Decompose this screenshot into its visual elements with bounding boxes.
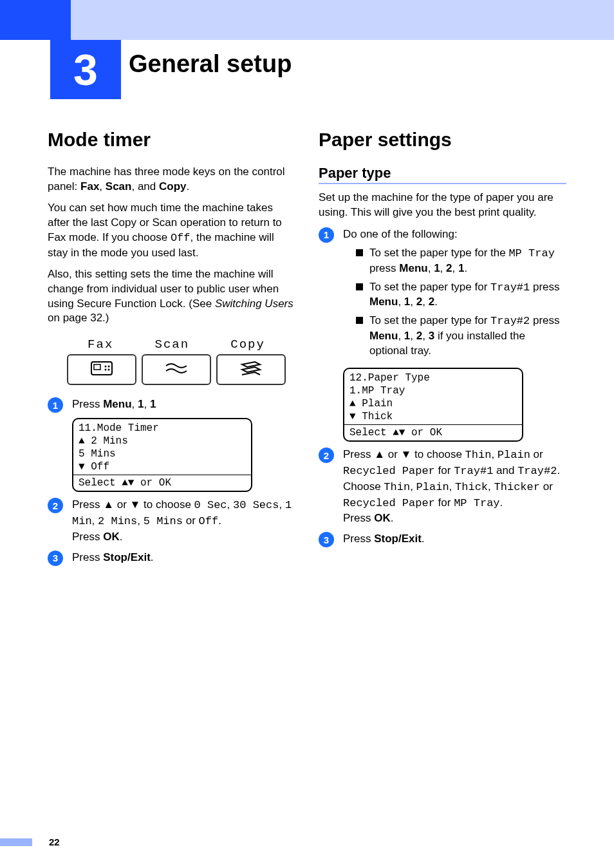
lcd-rule: [344, 424, 522, 425]
mono: Thick: [455, 481, 488, 493]
copy-icon: [237, 358, 265, 381]
bold: OK: [374, 512, 391, 524]
bullet-tray2: To set the paper type for Tray#2 press M…: [356, 314, 566, 359]
bullet-mp-tray: To set the paper type for the MP Tray pr…: [356, 246, 566, 276]
svg-point-5: [108, 369, 110, 371]
bold: Menu: [399, 262, 427, 274]
mode-timer-intro-2: You can set how much time the machine ta…: [48, 201, 295, 261]
text: ,: [132, 398, 138, 410]
bold: 3: [429, 330, 434, 342]
scan-key: [142, 354, 211, 385]
text: ,: [398, 296, 404, 308]
bullet-text: To set the paper type for the MP Tray pr…: [369, 246, 566, 276]
scan-label: Scan: [155, 337, 190, 352]
right-step-3: 3 Press Stop/Exit.: [319, 531, 566, 547]
mono: 5 Mins: [144, 515, 183, 527]
text: .: [218, 514, 221, 527]
text: ,: [488, 480, 494, 493]
right-column: Paper settings Paper type Set up the mac…: [319, 129, 566, 571]
lcd-line: 12.Paper Type: [349, 372, 517, 384]
mono: Recycled Paper: [343, 497, 435, 509]
mono: Thin: [384, 481, 410, 493]
text: ,: [452, 262, 458, 274]
bullet-tray1: To set the paper type for Tray#1 press M…: [356, 280, 566, 310]
mono: Off: [171, 232, 191, 244]
lcd-line: Select ▲▼ or OK: [349, 426, 517, 439]
step-number: 1: [319, 227, 334, 243]
lcd-line: ▼ Thick: [349, 410, 517, 423]
lcd-line: 1.MP Tray: [349, 384, 517, 397]
bold: Scan: [106, 180, 132, 193]
text: .: [186, 180, 189, 193]
text: .: [391, 512, 394, 524]
bold: Menu: [369, 330, 398, 342]
text: ,: [92, 514, 98, 527]
text: press: [530, 281, 559, 293]
step-text: Press Menu, 1, 1: [72, 397, 295, 412]
text: or: [183, 514, 199, 527]
page-footer: 22: [0, 836, 60, 847]
text: .: [120, 531, 123, 543]
left-column: Mode timer The machine has three mode ke…: [48, 129, 295, 571]
header-rule: [71, 0, 614, 40]
text: Press: [343, 512, 374, 524]
text: on page 32.): [48, 312, 109, 324]
step-number: 3: [319, 532, 334, 547]
chapter-title: General setup: [129, 50, 292, 78]
content-columns: Mode timer The machine has three mode ke…: [48, 129, 566, 571]
italic-ref: Switching Users: [215, 297, 293, 310]
mono: Plain: [416, 481, 449, 493]
bold: 1: [404, 330, 410, 342]
mono: Recycled Paper: [343, 465, 435, 477]
bold: 1: [404, 296, 410, 308]
svg-point-3: [108, 366, 110, 368]
text: .: [500, 496, 503, 509]
text: ,: [440, 262, 446, 274]
mono: Off: [199, 515, 219, 527]
text: for: [435, 464, 454, 476]
bold: Fax: [80, 180, 99, 193]
text: ,: [422, 296, 428, 308]
lcd-line: 11.Mode Timer: [79, 422, 246, 435]
bold: 2: [429, 296, 434, 308]
text: Do one of the following:: [343, 228, 458, 240]
text: , and: [131, 180, 159, 193]
text: ,: [410, 480, 416, 493]
mono: Thicker: [494, 481, 540, 493]
step-number: 2: [319, 448, 334, 463]
step-text: Press Stop/Exit.: [343, 531, 566, 547]
mono: MP Tray: [508, 247, 554, 259]
step-text: Press Stop/Exit.: [72, 550, 295, 565]
text: or: [530, 448, 543, 460]
lcd-paper-type: 12.Paper Type 1.MP Tray ▲ Plain ▼ Thick …: [343, 368, 523, 442]
mono: Plain: [498, 449, 530, 461]
text: for: [435, 496, 454, 509]
svg-rect-1: [94, 364, 100, 370]
bold: 1: [138, 398, 144, 410]
mono: 30 Secs: [233, 499, 279, 511]
square-bullet-icon: [356, 283, 363, 290]
bold: Menu: [369, 296, 398, 308]
fax-label: Fax: [88, 337, 113, 352]
svg-point-2: [105, 366, 107, 368]
bold: 1: [150, 398, 156, 410]
left-step-1: 1 Press Menu, 1, 1: [48, 397, 295, 413]
text: ,: [449, 480, 455, 493]
text: .: [422, 533, 425, 545]
text: To set the paper type for the: [369, 247, 508, 259]
mono: Tray#2: [490, 315, 530, 327]
bullet-text: To set the paper type for Tray#2 press M…: [369, 314, 566, 359]
bold: Stop/Exit: [374, 533, 422, 545]
chapter-number: 3: [73, 44, 98, 95]
paper-type-intro: Set up the machine for the type of paper…: [319, 191, 566, 220]
text: press: [530, 314, 559, 326]
text: ,: [428, 262, 434, 274]
mono: Tray#2: [517, 465, 557, 477]
text: Press: [343, 533, 374, 545]
text: Press: [72, 398, 103, 410]
fax-icon: [88, 358, 116, 381]
bold: 2: [446, 262, 452, 274]
text: ,: [99, 180, 105, 193]
text: ,: [410, 296, 416, 308]
section-paper-settings: Paper settings: [319, 129, 566, 151]
